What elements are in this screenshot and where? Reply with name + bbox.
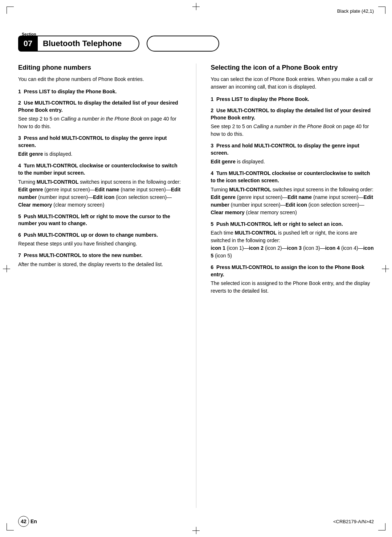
- right-step-3-heading: 3 Press and hold MULTI-CONTROL to displa…: [211, 142, 374, 156]
- section-number: 07: [18, 36, 38, 52]
- right-column: Selecting the icon of a Phone Book entry…: [211, 64, 374, 508]
- left-step-2: 2 Use MULTI-CONTROL to display the detai…: [18, 99, 181, 130]
- crosshair-right: [382, 265, 389, 272]
- left-heading: Editing phone numbers: [18, 64, 181, 72]
- right-step-2-body: See step 2 to 5 on Calling a number in t…: [211, 123, 374, 138]
- left-step-7-body: After the number is stored, the display …: [18, 261, 181, 268]
- section-header: 07 Bluetooth Telephone: [18, 36, 219, 52]
- left-step-3: 3 Press and hold MULTI-CONTROL to displa…: [18, 135, 181, 158]
- right-step-4-heading: 4 Turn MULTI-CONTROL clockwise or counte…: [211, 170, 374, 184]
- page-footer: 42 En <CRB2179-A/N>42: [18, 516, 374, 527]
- corner-tr: [378, 7, 385, 14]
- left-step-5-heading: 5 Push MULTI-CONTROL left or right to mo…: [18, 213, 181, 227]
- left-step-7: 7 Press MULTI-CONTROL to store the new n…: [18, 252, 181, 268]
- right-heading: Selecting the icon of a Phone Book entry: [211, 64, 374, 72]
- right-intro: You can select the icon of Phone Book en…: [211, 76, 374, 91]
- left-step-3-body: Edit genre is displayed.: [18, 150, 181, 158]
- corner-br: [378, 523, 385, 530]
- left-column: Editing phone numbers You can edit the p…: [18, 64, 181, 508]
- footer-code: <CRB2179-A/N>42: [333, 519, 374, 524]
- left-step-6-heading: 6 Push MULTI-CONTROL up or down to chang…: [18, 232, 181, 239]
- left-step-3-heading: 3 Press and hold MULTI-CONTROL to displa…: [18, 135, 181, 149]
- right-step-5: 5 Push MULTI-CONTROL left or right to se…: [211, 221, 374, 260]
- left-step-5: 5 Push MULTI-CONTROL left or right to mo…: [18, 213, 181, 227]
- right-step-6: 6 Press MULTI-CONTROL to assign the icon…: [211, 264, 374, 295]
- left-step-2-body: See step 2 to 5 on Calling a number in t…: [18, 115, 181, 130]
- column-divider: [196, 64, 196, 508]
- left-step-4: 4 Turn MULTI-CONTROL clockwise or counte…: [18, 162, 181, 208]
- right-step-5-body: Each time MULTI-CONTROL is pushed left o…: [211, 229, 374, 260]
- left-step-1-heading: 1 Press LIST to display the Phone Book.: [18, 88, 181, 95]
- section-oval: [147, 36, 219, 52]
- page-header: Black plate (42,1): [18, 7, 374, 28]
- main-content: Editing phone numbers You can edit the p…: [18, 64, 374, 508]
- left-intro: You can edit the phone numbers of Phone …: [18, 76, 181, 83]
- section-title: Bluetooth Telephone: [38, 36, 139, 52]
- right-step-4: 4 Turn MULTI-CONTROL clockwise or counte…: [211, 170, 374, 216]
- crosshair-left: [3, 265, 10, 272]
- footer-page-number-area: 42 En: [18, 516, 37, 527]
- left-step-7-heading: 7 Press MULTI-CONTROL to store the new n…: [18, 252, 181, 259]
- right-step-5-heading: 5 Push MULTI-CONTROL left or right to se…: [211, 221, 374, 228]
- right-step-3: 3 Press and hold MULTI-CONTROL to displa…: [211, 142, 374, 166]
- corner-tl: [7, 7, 14, 14]
- right-step-6-body: The selected icon is assigned to the Pho…: [211, 280, 374, 295]
- page-number-circle: 42: [18, 516, 29, 527]
- crosshair-bottom: [192, 527, 200, 534]
- right-step-1: 1 Press LIST to display the Phone Book.: [211, 96, 374, 103]
- right-step-4-body: Turning MULTI-CONTROL switches input scr…: [211, 186, 374, 216]
- corner-bl: [7, 523, 14, 530]
- left-step-6-body: Repeat these steps until you have finish…: [18, 240, 181, 248]
- plate-text: Black plate (42,1): [337, 8, 374, 14]
- right-step-1-heading: 1 Press LIST to display the Phone Book.: [211, 96, 374, 103]
- right-step-6-heading: 6 Press MULTI-CONTROL to assign the icon…: [211, 264, 374, 278]
- footer-lang: En: [30, 518, 37, 524]
- left-step-6: 6 Push MULTI-CONTROL up or down to chang…: [18, 232, 181, 248]
- right-step-2-heading: 2 Use MULTI-CONTROL to display the detai…: [211, 107, 374, 121]
- left-step-2-heading: 2 Use MULTI-CONTROL to display the detai…: [18, 99, 181, 114]
- right-step-2: 2 Use MULTI-CONTROL to display the detai…: [211, 107, 374, 138]
- left-step-4-heading: 4 Turn MULTI-CONTROL clockwise or counte…: [18, 162, 181, 176]
- right-step-3-body: Edit genre is displayed.: [211, 158, 374, 166]
- left-step-1: 1 Press LIST to display the Phone Book.: [18, 88, 181, 95]
- left-step-4-body: Turning MULTI-CONTROL switches input scr…: [18, 178, 181, 209]
